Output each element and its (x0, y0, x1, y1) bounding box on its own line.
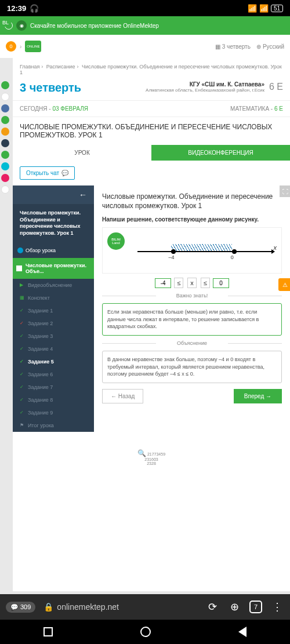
sidebar-item-task8[interactable]: Задание 8 (13, 394, 94, 406)
android-nav-bar (0, 620, 290, 644)
divider-know: Важно знать! (102, 293, 282, 299)
breadcrumb-schedule[interactable]: Расписание (46, 64, 75, 70)
sidebar-item-task9[interactable]: Задание 9 (13, 406, 94, 419)
sidebar-item-task1[interactable]: Задание 1 (13, 304, 94, 317)
tab-lesson[interactable]: УРОК (13, 145, 151, 161)
nav-recents[interactable] (44, 627, 53, 636)
lesson-title: ЧИСЛОВЫЕ ПРОМЕЖУТКИ. ОБЪЕДИНЕНИЕ И ПЕРЕС… (13, 117, 290, 145)
answer-op1: ≤ (174, 278, 183, 288)
magnifier-icon: 🔍 (137, 449, 146, 457)
wifi-icon: 📶 (259, 4, 269, 13)
sidebar-section[interactable]: Числовые промежутки. Объе... (13, 258, 94, 279)
answer-var: x (187, 278, 197, 288)
new-tab-icon[interactable]: ⊕ (227, 600, 241, 614)
tab-count[interactable]: 7 (249, 601, 262, 613)
answer-left[interactable] (155, 278, 171, 288)
today-date: 03 ФЕВРАЛЯ (52, 105, 88, 112)
title-row: 3 четверть КГУ «СШ им. К. Сатпаева» Алма… (13, 79, 290, 101)
comments-badge[interactable]: 💬 309 (6, 602, 35, 613)
banner-logo-icon: ◉ (16, 20, 27, 31)
nav-back[interactable] (238, 627, 246, 637)
sidebar-overview[interactable]: Обзор урока (13, 243, 94, 258)
forward-button[interactable]: Вперед → (234, 389, 282, 403)
sidebar-item-task2[interactable]: Задание 2 (13, 317, 94, 330)
sidebar-item-task6[interactable]: Задание 6 (13, 368, 94, 381)
main-panel: ⛶ ⚠ Числовые промежутки. Объединение и п… (94, 185, 290, 432)
answer-op2: ≤ (201, 278, 210, 288)
subject-class: 6 E (274, 105, 283, 112)
answer-right[interactable] (213, 278, 229, 288)
menu-icon[interactable]: ⋮ (270, 600, 284, 614)
open-chat-button[interactable]: Открыть чат 💬 (20, 166, 75, 180)
sidebar-back-button[interactable]: ← (13, 185, 94, 204)
main-container: Главная› Расписание› Числовые промежутки… (13, 58, 290, 591)
quarter-title: 3 четверть (20, 81, 81, 94)
school-region: Алматинская область, Енбекшиказахский ра… (146, 88, 264, 93)
language-selector[interactable]: ⊕ Русский (256, 43, 284, 50)
visitor-counter: 🔍 217734592316032328 (13, 449, 290, 465)
quarter-selector[interactable]: ▦ 3 четверть (215, 43, 251, 50)
number-line: –4 0 (137, 251, 273, 252)
lesson-sidebar: ← Числовые промежутки. Объединение и пер… (13, 185, 94, 432)
content-area: ← Числовые промежутки. Объединение и пер… (13, 185, 290, 432)
label-zero: 0 (231, 254, 234, 260)
headphones-icon: 🎧 (30, 4, 39, 13)
sidebar-item-task4[interactable]: Задание 4 (13, 343, 94, 355)
lock-icon: 🔒 (44, 602, 53, 612)
android-status-bar: 12:39 🎧 📶 📶 51 (0, 0, 290, 16)
left-app-dots[interactable] (1, 81, 9, 194)
sidebar-item-result[interactable]: Итог урока (13, 419, 94, 432)
url-bar[interactable]: 🔒 onlinemektep.net (44, 602, 197, 612)
back-button[interactable]: ← Назад (102, 389, 143, 403)
brand-logo[interactable]: ONLINE (25, 41, 41, 52)
reload-icon[interactable]: ⟳ (205, 600, 219, 614)
user-avatar[interactable]: 0 (6, 41, 16, 52)
answer-row: ≤ x ≤ (102, 278, 282, 288)
explain-box: В данном неравенстве знак больше, поэтом… (102, 351, 282, 383)
sidebar-item-konspekt[interactable]: Конспект (13, 292, 94, 304)
sidebar-title: Числовые промежутки. Объединение и перес… (13, 204, 94, 243)
sidebar-item-task5[interactable]: Задание 5 (13, 355, 94, 368)
bl-tag: BL (0, 19, 11, 27)
number-line-figure: BILIM Land x –4 0 (102, 227, 282, 274)
signal-icon: 📶 (248, 4, 257, 13)
nav-home[interactable] (140, 627, 151, 637)
label-neg4: –4 (169, 254, 175, 260)
app-promo-banner: BL × ◉ Скачайте мобильное приложение Onl… (0, 16, 290, 35)
school-name: КГУ «СШ им. К. Сатпаева» (146, 81, 264, 88)
battery-indicator: 51 (271, 5, 283, 12)
chevron-right-icon: › (20, 43, 21, 50)
banner-text: Скачайте мобильное приложение OnlineMekt… (30, 23, 159, 29)
warning-button[interactable]: ⚠ (278, 278, 290, 291)
browser-bar: 💬 309 🔒 onlinemektep.net ⟳ ⊕ 7 ⋮ (0, 594, 290, 620)
panel-title: Числовые промежутки. Объединение и перес… (102, 192, 282, 210)
expand-button[interactable]: ⛶ (280, 185, 290, 197)
tab-videoconf[interactable]: ВИДЕОКОНФЕРЕНЦИЯ (151, 145, 290, 161)
sidebar-item-task3[interactable]: Задание 3 (13, 330, 94, 343)
bilim-land-logo: BILIM Land (107, 232, 125, 250)
class-badge: 6 E (269, 82, 283, 92)
date-row: СЕГОДНЯ - 03 ФЕВРАЛЯ МАТЕМАТИКА - 6 E (13, 101, 290, 117)
sidebar-item-video[interactable]: Видеообъяснение (13, 279, 94, 292)
know-box: Если знак неравенства больше (меньше) ил… (102, 303, 282, 336)
clock: 12:39 (7, 4, 26, 13)
divider-explain: Объяснение (102, 340, 282, 346)
tabs: УРОК ВИДЕОКОНФЕРЕНЦИЯ (13, 145, 290, 161)
header-row: 0 › ONLINE ▦ 3 четверть ⊕ Русский (0, 35, 290, 58)
breadcrumb: Главная› Расписание› Числовые промежутки… (13, 58, 290, 79)
instruction: Напиши решение, соответствующее данному … (102, 216, 282, 223)
sidebar-item-task7[interactable]: Задание 7 (13, 381, 94, 394)
breadcrumb-home[interactable]: Главная (20, 64, 39, 70)
chat-icon: 💬 (61, 170, 68, 176)
